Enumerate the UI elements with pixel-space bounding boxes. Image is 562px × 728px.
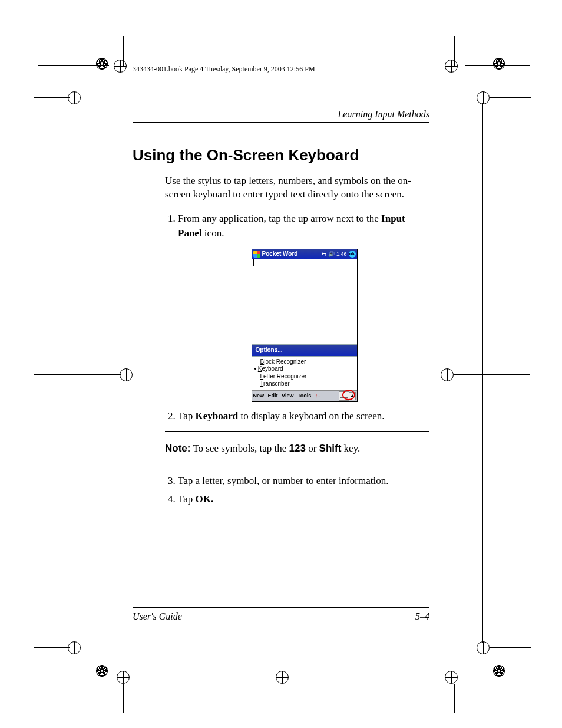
reg-sun-icon <box>493 665 505 677</box>
step-1-text-pre: From any application, tap the up arrow n… <box>178 213 381 224</box>
menu-item-block-recognizer: Block Recognizer <box>254 358 355 366</box>
reg-mark-icon <box>68 91 81 104</box>
keyboard-icon <box>339 391 349 401</box>
reg-mark-icon <box>445 60 458 73</box>
step-1-text-post: icon. <box>202 228 224 239</box>
reg-sun-icon <box>96 665 108 677</box>
ok-button-icon: ok <box>349 251 356 258</box>
menu-item-transcriber: Transcriber <box>254 380 355 388</box>
crop-line <box>128 677 277 677</box>
reg-mark-icon <box>477 641 490 654</box>
key-shift: Shift <box>319 443 342 454</box>
pocketpc-options-header: Options... <box>252 345 357 356</box>
format-arrows-icon: ↑↓ <box>315 393 320 398</box>
reg-mark-icon <box>445 671 458 684</box>
crop-line <box>482 103 483 643</box>
page-title: Using the On-Screen Keyboard <box>133 146 429 164</box>
crop-line <box>282 684 282 713</box>
menu-item-letter-recognizer: Letter Recognizer <box>254 373 355 381</box>
step-2-text-pre: Tap <box>178 410 196 421</box>
crop-line <box>34 374 121 375</box>
step-1: From any application, tap the up arrow n… <box>178 212 429 402</box>
note-divider-top <box>165 431 429 433</box>
book-metadata: 343434-001.book Page 4 Tuesday, Septembe… <box>133 65 315 74</box>
reg-sun-icon <box>96 58 108 70</box>
menu-tools: Tools <box>297 393 311 398</box>
input-panel-button <box>339 391 356 401</box>
text-caret-icon <box>253 259 254 266</box>
step-3: Tap a letter, symbol, or number to enter… <box>178 474 429 489</box>
menu-item-keyboard: Keyboard <box>254 365 355 373</box>
crop-line <box>38 677 118 677</box>
note-divider-bottom <box>165 465 429 466</box>
pocketpc-screenshot: Pocket Word 1:46 ok <box>252 249 358 402</box>
crop-line <box>490 647 531 648</box>
reg-sun-icon <box>493 58 505 70</box>
step-2-bold: Keyboard <box>196 410 239 421</box>
reg-mark-icon <box>477 91 490 104</box>
step-4-bold: OK. <box>196 493 214 505</box>
crop-line <box>74 103 74 643</box>
pocketpc-time: 1:46 <box>336 251 347 258</box>
pocketpc-bottom-bar: New Edit View Tools ↑↓ <box>252 390 357 401</box>
footer-left: User's Guide <box>133 611 182 622</box>
intro-paragraph: Use the stylus to tap letters, numbers, … <box>165 174 429 202</box>
crop-line <box>465 65 530 66</box>
pocketpc-titlebar: Pocket Word 1:46 ok <box>252 249 357 259</box>
reg-mark-icon <box>276 671 289 684</box>
section-label: Learning Input Methods <box>133 109 429 123</box>
note-text-mid: or <box>306 443 319 454</box>
pocketpc-document-area <box>252 259 357 345</box>
reg-mark-icon <box>120 368 133 381</box>
reg-mark-icon <box>114 60 127 73</box>
crop-line <box>34 647 70 648</box>
menu-edit: Edit <box>268 393 278 398</box>
note-paragraph: Note: To see symbols, tap the 123 or Shi… <box>165 443 429 454</box>
step-4: Tap OK. <box>178 492 429 507</box>
windows-flag-icon <box>253 251 260 258</box>
crop-line <box>38 65 109 66</box>
footer-page-number: 5–4 <box>415 611 429 622</box>
crop-line <box>490 97 531 98</box>
note-text-pre: To see symbols, tap the <box>190 443 289 454</box>
step-4-text-pre: Tap <box>178 493 196 505</box>
crop-line <box>454 684 455 713</box>
reg-mark-icon <box>441 368 454 381</box>
note-text-post: key. <box>341 443 360 454</box>
crop-line <box>454 374 530 375</box>
reg-mark-icon <box>68 641 81 654</box>
crop-line <box>34 97 70 98</box>
crop-line <box>123 684 124 713</box>
header-rule <box>133 74 427 74</box>
speaker-icon <box>328 251 335 258</box>
crop-line <box>123 36 124 67</box>
menu-view: View <box>282 393 293 398</box>
note-label: Note: <box>165 443 190 454</box>
crop-line <box>289 677 445 677</box>
signal-icon <box>322 251 326 258</box>
key-123: 123 <box>289 443 306 454</box>
crop-line <box>465 677 530 677</box>
crop-line <box>454 36 455 67</box>
up-arrow-icon <box>349 392 356 400</box>
step-2-text-post: to display a keyboard on the screen. <box>238 410 384 421</box>
pocketpc-title: Pocket Word <box>262 250 298 259</box>
pocketpc-input-menu: Block Recognizer Keyboard Letter Recogni… <box>252 356 357 390</box>
reg-mark-icon <box>117 671 130 684</box>
step-2: Tap Keyboard to display a keyboard on th… <box>178 409 429 424</box>
menu-new: New <box>253 393 265 398</box>
